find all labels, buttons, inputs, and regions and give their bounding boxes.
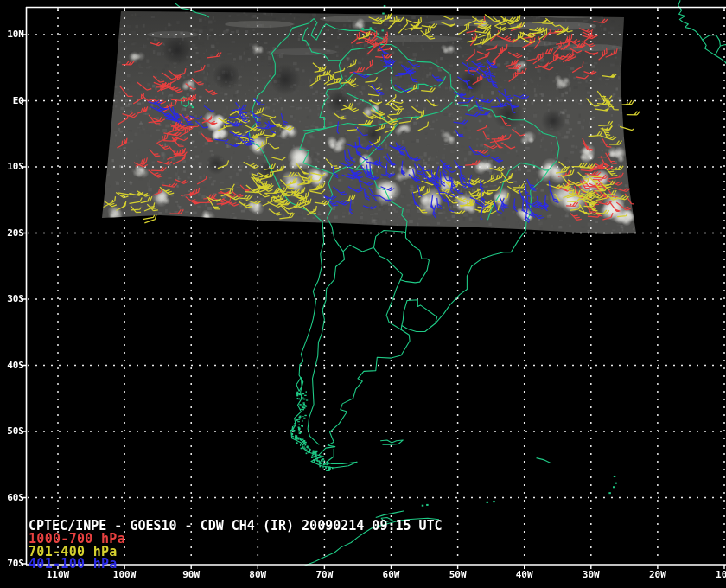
legend-item-high-level: 401-100 hPa xyxy=(29,558,118,571)
lat-tick-label: 10N xyxy=(0,29,24,40)
lat-tick-label: EQ xyxy=(0,96,24,106)
lat-tick-label: 40S xyxy=(0,361,24,371)
lon-tick-label: 40W xyxy=(516,570,533,580)
lon-tick-label: 80W xyxy=(249,570,266,580)
lat-tick-label: 70S xyxy=(0,559,24,569)
lat-tick-label: 20S xyxy=(0,228,24,239)
lon-tick-label: 20W xyxy=(649,570,666,580)
lat-tick-label: 10S xyxy=(0,162,24,172)
map-canvas xyxy=(0,0,726,588)
lon-tick-label: 60W xyxy=(383,570,400,580)
lat-tick-label: 60S xyxy=(0,493,24,503)
lat-tick-label: 50S xyxy=(0,426,24,437)
lon-tick-label: 10W xyxy=(716,570,726,580)
satellite-wind-product: 10NEQ10S20S30S40S50S60S70S 110W100W90W80… xyxy=(0,0,726,588)
lon-tick-label: 30W xyxy=(583,570,600,580)
lon-tick-label: 50W xyxy=(449,570,467,580)
lon-tick-label: 70W xyxy=(315,570,333,580)
lon-tick-label: 90W xyxy=(182,570,200,580)
lat-tick-label: 30S xyxy=(0,294,24,304)
